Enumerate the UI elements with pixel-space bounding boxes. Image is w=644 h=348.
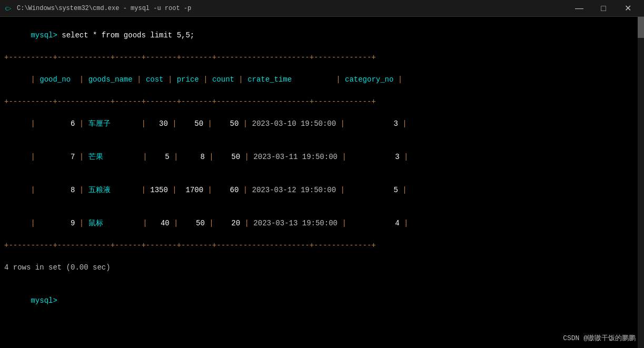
blank-line xyxy=(4,251,640,262)
scrollbar-thumb[interactable] xyxy=(638,17,644,38)
cmd-icon: C> xyxy=(4,4,13,13)
result-summary: 4 rows in set (0.00 sec) xyxy=(4,262,640,273)
table-bottom-border: +----------+------------+------+-------+… xyxy=(4,240,640,251)
table-header-sep: +----------+------------+------+-------+… xyxy=(4,96,640,107)
sql-command: select * from goods limit 5,5; xyxy=(62,31,194,39)
blank-line-2 xyxy=(4,273,640,284)
table-row: | 9 | 鼠标 | 40 | 50 | 20 | 2023-03-13 19:… xyxy=(4,207,640,240)
command-line: mysql> select * from goods limit 5,5; xyxy=(4,19,640,52)
scrollbar[interactable] xyxy=(638,17,644,348)
table-row: | 8 | 五粮液 | 1350 | 1700 | 60 | 2023-03-1… xyxy=(4,174,640,207)
table-row: | 6 | 车厘子 | 30 | 50 | 50 | 2023-03-10 19… xyxy=(4,107,640,141)
table-top-border: +----------+------------+------+-------+… xyxy=(4,52,640,63)
window-title: C:\Windows\system32\cmd.exe - mysql -u r… xyxy=(17,5,567,12)
titlebar: C> C:\Windows\system32\cmd.exe - mysql -… xyxy=(0,0,644,17)
window-controls: — □ ✕ xyxy=(567,0,640,17)
mysql-prompt-after: mysql> xyxy=(31,296,57,305)
cmd-window: C> C:\Windows\system32\cmd.exe - mysql -… xyxy=(0,0,644,348)
cursor xyxy=(57,296,62,305)
table-row: | 7 | 芒果 | 5 | 8 | 50 | 2023-03-11 19:50… xyxy=(4,141,640,174)
maximize-button[interactable]: □ xyxy=(591,0,616,17)
close-button[interactable]: ✕ xyxy=(616,0,640,17)
svg-text:C>: C> xyxy=(5,6,12,12)
prompt-line: mysql> xyxy=(4,284,640,317)
table-header: | good_no | goods_name | cost | price | … xyxy=(4,63,640,96)
mysql-prompt: mysql> xyxy=(31,31,62,39)
minimize-button[interactable]: — xyxy=(567,0,591,17)
watermark: CSDN @嗷嗷干饭的鹏鹏 xyxy=(563,333,636,343)
terminal-body[interactable]: mysql> select * from goods limit 5,5; +-… xyxy=(0,17,644,348)
